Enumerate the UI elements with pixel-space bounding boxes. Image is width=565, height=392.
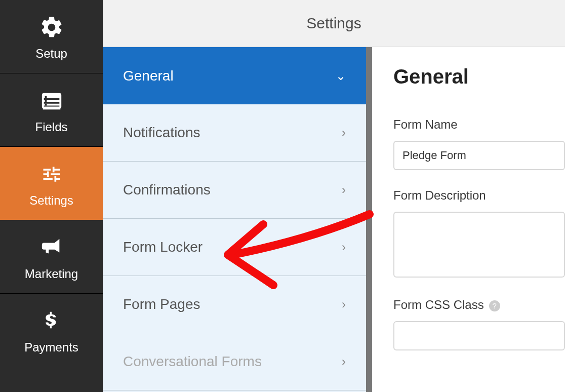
chevron-right-icon: › bbox=[342, 355, 346, 369]
form-description-label: Form Description bbox=[393, 188, 565, 203]
dollar-icon bbox=[36, 309, 67, 333]
form-css-input[interactable] bbox=[393, 321, 565, 350]
chevron-right-icon: › bbox=[342, 240, 346, 254]
svg-rect-1 bbox=[45, 96, 47, 98]
panel-item-form-locker[interactable]: Form Locker › bbox=[103, 219, 366, 276]
chevron-right-icon: › bbox=[342, 183, 346, 197]
page-title: Settings bbox=[306, 15, 361, 32]
form-name-label: Form Name bbox=[393, 117, 565, 132]
form-heading: General bbox=[393, 65, 565, 88]
bullhorn-icon bbox=[36, 236, 67, 260]
sliders-icon bbox=[36, 162, 67, 186]
help-icon[interactable]: ? bbox=[489, 300, 500, 311]
sidebar-item-fields[interactable]: Fields bbox=[0, 73, 103, 146]
page-header: Settings bbox=[103, 0, 565, 47]
gear-icon bbox=[36, 15, 67, 40]
panel-item-label: Confirmations bbox=[123, 182, 211, 198]
panel-item-label: Form Pages bbox=[123, 296, 200, 312]
panel-item-conversational-forms[interactable]: Conversational Forms › bbox=[103, 333, 366, 390]
panel-item-general[interactable]: General ⌄ bbox=[103, 47, 366, 104]
sidebar-item-label: Payments bbox=[24, 340, 78, 355]
chevron-right-icon: › bbox=[342, 297, 346, 311]
svg-rect-2 bbox=[45, 100, 47, 102]
form-css-label: Form CSS Class? bbox=[393, 298, 565, 312]
sidebar-item-label: Settings bbox=[29, 193, 73, 208]
list-icon bbox=[36, 89, 67, 113]
panel-item-label: Conversational Forms bbox=[123, 354, 262, 370]
panel-item-label: Form Locker bbox=[123, 239, 203, 255]
chevron-right-icon: › bbox=[342, 126, 346, 140]
svg-rect-3 bbox=[45, 104, 47, 106]
sidebar-item-settings[interactable]: Settings bbox=[0, 146, 103, 220]
form-description-input[interactable] bbox=[393, 212, 565, 278]
left-sidebar: Setup Fields Settings Marketing Payments bbox=[0, 0, 103, 392]
sidebar-item-label: Marketing bbox=[25, 267, 78, 281]
sidebar-item-payments[interactable]: Payments bbox=[0, 293, 103, 367]
panel-item-confirmations[interactable]: Confirmations › bbox=[103, 162, 366, 219]
sidebar-item-label: Setup bbox=[35, 47, 67, 61]
form-name-input[interactable] bbox=[393, 141, 565, 170]
panel-item-notifications[interactable]: Notifications › bbox=[103, 104, 366, 162]
panel-item-label: Notifications bbox=[123, 125, 200, 141]
panel-item-form-pages[interactable]: Form Pages › bbox=[103, 276, 366, 333]
sidebar-item-setup[interactable]: Setup bbox=[0, 0, 103, 73]
chevron-down-icon: ⌄ bbox=[336, 69, 346, 83]
panel-item-label: General bbox=[123, 68, 174, 84]
settings-main: General Form Name Form Description Form … bbox=[372, 47, 565, 392]
sidebar-item-marketing[interactable]: Marketing bbox=[0, 220, 103, 293]
sidebar-item-label: Fields bbox=[35, 120, 67, 134]
settings-panel-list: General ⌄ Notifications › Confirmations … bbox=[103, 47, 372, 392]
